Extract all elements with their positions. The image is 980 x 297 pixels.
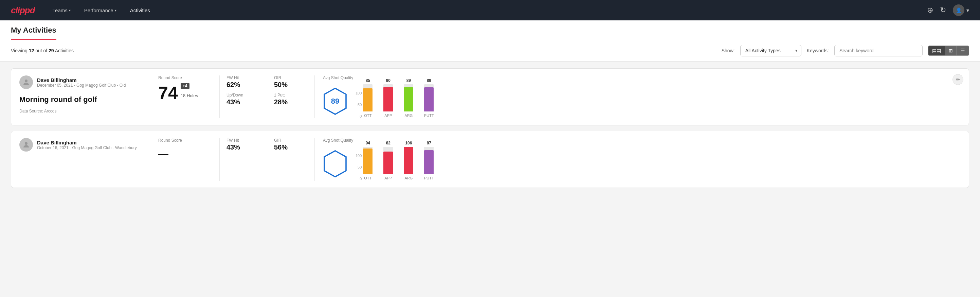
view-toggle: ▤▤ ⊞ ☰ <box>928 46 969 56</box>
navbar-right: ⊕ ↻ 👤 ▾ <box>927 5 969 16</box>
list-icon: ☰ <box>961 48 965 53</box>
card-user: Dave Billingham December 05, 2021 - Gog … <box>19 75 142 89</box>
score-big: 74 <box>158 84 178 102</box>
gir-label: GIR <box>274 75 308 80</box>
brand-logo[interactable]: clippd <box>11 5 35 16</box>
bar-value-label: 82 <box>386 141 390 145</box>
keywords-label: Keywords: <box>807 48 829 53</box>
bar-category-label: OTT <box>364 113 371 118</box>
bar-value-label: 89 <box>406 78 411 83</box>
activity-card: ✏ Dave Billingham December 05, 2021 - Go… <box>11 68 969 125</box>
refresh-button[interactable]: ↻ <box>940 6 946 14</box>
search-input[interactable] <box>834 45 923 56</box>
shot-quality-label: Avg Shot Quality <box>323 75 353 80</box>
score-big: — <box>158 145 169 159</box>
gir-value: 50% <box>274 81 308 89</box>
avatar: 👤 <box>953 5 964 16</box>
add-button[interactable]: ⊕ <box>927 6 933 14</box>
bar-wrapper <box>383 147 393 174</box>
user-info: Dave Billingham October 16, 2021 - Gog M… <box>37 140 137 150</box>
card-left: Dave Billingham December 05, 2021 - Gog … <box>19 75 142 113</box>
card-stats: Round Score — FW Hit 43% GIR 56% Avg Sho… <box>150 138 961 181</box>
bar-category-label: OTT <box>364 176 371 180</box>
hexagon: 89 <box>323 88 347 115</box>
filter-bar: Viewing 12 out of 29 Activities Show: Al… <box>0 40 980 62</box>
bar-column: 94OTT <box>363 141 372 174</box>
bar-value-label: 94 <box>366 141 370 145</box>
user-avatar-menu[interactable]: 👤 ▾ <box>953 5 969 16</box>
shot-quality-inner: 100 50 0 94OTT82APP106ARG87PUTT <box>323 147 961 181</box>
bar-wrapper <box>363 84 372 112</box>
score-holes: 18 Holes <box>181 93 198 98</box>
bar-wrapper <box>383 84 393 112</box>
up-down-label: Up/Down <box>226 93 260 97</box>
main-content: ✏ Dave Billingham December 05, 2021 - Go… <box>0 62 980 200</box>
avatar-chevron-icon: ▾ <box>966 7 969 14</box>
page-title: My Activities <box>11 26 56 40</box>
bar-wrapper <box>363 147 372 174</box>
gir-stats: GIR 56% <box>267 138 308 181</box>
bar-value-label: 85 <box>366 78 370 83</box>
fw-hit-label: FW Hit <box>226 75 260 80</box>
bar-category-label: PUTT <box>424 113 434 118</box>
bar-fill <box>383 87 393 112</box>
bar-wrapper <box>424 147 434 174</box>
gir-stat: GIR 50% <box>274 75 308 89</box>
gir-stat: GIR 56% <box>274 138 308 151</box>
round-score-label: Round Score <box>158 138 213 143</box>
round-score-block: Round Score — <box>158 138 213 181</box>
bar-column: 106ARG <box>404 141 413 174</box>
fw-hit-stat: FW Hit 43% <box>226 138 260 151</box>
activity-type-select[interactable]: All Activity Types <box>740 45 802 56</box>
gir-putt-stats: GIR 50% 1 Putt 28% <box>267 75 308 118</box>
score-row: 74 +4 18 Holes <box>158 83 213 102</box>
round-score-block: Round Score 74 +4 18 Holes <box>158 75 213 118</box>
card-left: Dave Billingham October 16, 2021 - Gog M… <box>19 138 142 154</box>
bar-fill <box>363 148 372 174</box>
view-list-compact-button[interactable]: ▤▤ <box>928 46 945 55</box>
bar-value-label: 87 <box>427 141 431 145</box>
nav-item-performance[interactable]: Performance ▾ <box>83 5 118 16</box>
round-score-label: Round Score <box>158 75 213 80</box>
gir-label: GIR <box>274 138 308 143</box>
nav-item-teams[interactable]: Teams ▾ <box>51 5 72 16</box>
svg-marker-3 <box>324 151 346 177</box>
chart-y-labels: 100 50 0 <box>356 91 362 118</box>
grid-icon: ⊞ <box>949 48 953 53</box>
viewing-count-text: Viewing 12 out of 29 Activities <box>11 48 74 53</box>
gir-value: 56% <box>274 144 308 151</box>
fw-gir-stats: FW Hit 43% <box>220 138 260 181</box>
hexagon-container: 89 <box>323 88 347 115</box>
view-grid-button[interactable]: ⊞ <box>945 46 957 55</box>
shot-quality-label: Avg Shot Quality <box>323 138 353 143</box>
bar-value-label: 89 <box>427 78 431 83</box>
bar-category-label: APP <box>384 176 392 180</box>
view-list-button[interactable]: ☰ <box>957 46 969 55</box>
bar-column: 90APP <box>383 78 393 112</box>
bar-wrapper <box>424 84 434 112</box>
shot-quality-block: Avg Shot Quality 89 1 <box>315 75 961 118</box>
svg-point-0 <box>25 80 27 82</box>
page-header: My Activities <box>0 21 980 40</box>
bar-column: 85OTT <box>363 78 372 112</box>
shot-quality-inner: 89 100 50 0 85OTT90APP89ARG89PUTT <box>323 84 961 118</box>
bar-wrapper <box>404 84 413 112</box>
up-down-stat: Up/Down 43% <box>226 93 260 106</box>
user-date: December 05, 2021 - Gog Magog Golf Club … <box>37 83 126 88</box>
list-compact-icon: ▤▤ <box>932 48 941 53</box>
activity-card: Dave Billingham October 16, 2021 - Gog M… <box>11 131 969 188</box>
teams-chevron-icon: ▾ <box>69 8 71 12</box>
one-putt-stat: 1 Putt 28% <box>274 93 308 106</box>
bar-fill <box>404 87 413 112</box>
nav-item-activities[interactable]: Activities <box>129 5 151 16</box>
bar-category-label: PUTT <box>424 176 434 180</box>
edit-button[interactable]: ✏ <box>953 74 963 85</box>
bar-column: 89PUTT <box>424 78 434 112</box>
activity-title: Morning round of golf <box>19 95 142 104</box>
fw-hit-label: FW Hit <box>226 138 260 143</box>
chart-y-labels: 100 50 0 <box>356 153 362 181</box>
user-avatar <box>19 75 33 89</box>
hexagon-container <box>323 150 347 177</box>
performance-chevron-icon: ▾ <box>115 8 116 12</box>
svg-point-2 <box>25 142 27 145</box>
